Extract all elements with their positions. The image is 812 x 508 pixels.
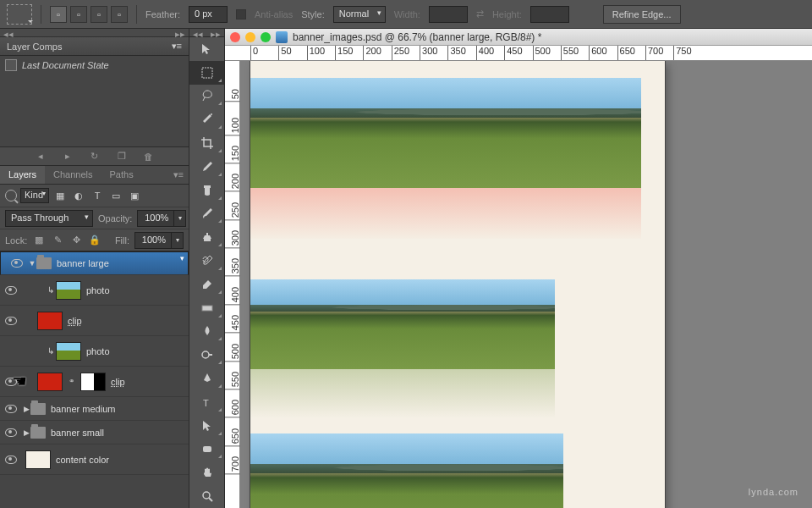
filter-pixel-icon[interactable]: ▦ bbox=[52, 189, 68, 202]
layer-group-banner-medium[interactable]: ▶ banner medium bbox=[0, 397, 189, 421]
tab-paths[interactable]: Paths bbox=[102, 166, 142, 184]
update-comp-icon[interactable]: ↻ bbox=[89, 151, 101, 163]
lasso-tool[interactable] bbox=[189, 85, 224, 108]
tool-preset-picker[interactable] bbox=[7, 4, 32, 25]
layer-name: banner large bbox=[57, 258, 109, 268]
layer-clip-masked[interactable]: ⚭ clip bbox=[0, 367, 189, 397]
add-selection-button[interactable]: ▫ bbox=[70, 6, 87, 23]
visibility-toggle[interactable] bbox=[5, 317, 17, 325]
layers-list: ▼ banner large ↳ photo clip ↳ photo bbox=[0, 251, 189, 508]
fill-input[interactable]: 100% bbox=[134, 232, 172, 249]
opacity-label: Opacity: bbox=[98, 213, 132, 224]
lock-all-icon[interactable]: 🔒 bbox=[88, 234, 102, 247]
layer-photo[interactable]: ↳ photo bbox=[0, 275, 189, 306]
visibility-toggle[interactable] bbox=[11, 259, 23, 268]
layer-group-banner-large[interactable]: ▼ banner large bbox=[0, 251, 189, 275]
prev-comp-icon[interactable]: ◂ bbox=[35, 151, 47, 163]
filter-shape-icon[interactable]: ▭ bbox=[108, 189, 123, 202]
layer-thumbnail bbox=[37, 373, 63, 391]
mask-thumbnail bbox=[80, 373, 106, 391]
magic-wand-tool[interactable] bbox=[189, 108, 224, 131]
blend-mode-select[interactable]: Pass Through bbox=[5, 210, 93, 227]
filter-kind-select[interactable]: Kind bbox=[20, 188, 49, 203]
window-zoom-button[interactable] bbox=[261, 32, 271, 42]
panel-collapse-bar[interactable]: ◂◂▸▸ bbox=[0, 29, 189, 37]
document-window: banner_images.psd @ 66.7% (banner large,… bbox=[225, 29, 812, 508]
panel-collapse-bar[interactable]: ◂◂▸▸ bbox=[189, 29, 224, 37]
layer-comp-row[interactable]: Last Document State bbox=[0, 56, 189, 75]
layer-clip[interactable]: clip bbox=[0, 306, 189, 336]
blur-tool[interactable] bbox=[189, 320, 224, 344]
zoom-tool[interactable] bbox=[189, 484, 224, 508]
crop-tool[interactable] bbox=[189, 131, 224, 155]
hand-tool[interactable] bbox=[189, 461, 224, 484]
disclosure-triangle[interactable]: ▼ bbox=[28, 259, 36, 268]
healing-brush-tool[interactable] bbox=[189, 179, 224, 202]
layer-photo-2[interactable]: ↳ photo bbox=[0, 336, 189, 367]
new-comp-icon[interactable]: ❐ bbox=[116, 151, 128, 163]
visibility-toggle[interactable] bbox=[5, 405, 17, 413]
path-selection-tool[interactable] bbox=[189, 414, 224, 438]
tab-channels[interactable]: Channels bbox=[45, 166, 101, 184]
opacity-input[interactable]: 100% bbox=[137, 210, 174, 227]
fade-overlay bbox=[250, 369, 555, 418]
new-selection-button[interactable]: ▫ bbox=[50, 6, 67, 23]
fill-label: Fill: bbox=[115, 235, 129, 246]
dodge-tool[interactable] bbox=[189, 343, 224, 367]
mask-link-icon[interactable]: ⚭ bbox=[69, 377, 79, 387]
ruler-vertical[interactable]: 5010015020025030035040045050055060065070… bbox=[225, 61, 240, 508]
marquee-tool[interactable] bbox=[189, 61, 224, 85]
visibility-toggle[interactable] bbox=[5, 456, 17, 464]
next-comp-icon[interactable]: ▸ bbox=[62, 151, 74, 163]
fill-flyout[interactable]: ▾ bbox=[172, 232, 184, 249]
history-brush-tool[interactable] bbox=[189, 249, 224, 273]
panel-menu-icon[interactable]: ▾≡ bbox=[168, 166, 189, 184]
refine-edge-button[interactable]: Refine Edge... bbox=[603, 5, 681, 24]
delete-comp-icon[interactable]: 🗑 bbox=[143, 151, 155, 163]
feather-input[interactable]: 0 px bbox=[189, 6, 228, 23]
lock-position-icon[interactable]: ✥ bbox=[69, 234, 83, 247]
lock-pixels-icon[interactable]: ✎ bbox=[51, 234, 64, 247]
gradient-tool[interactable] bbox=[189, 296, 224, 320]
style-select[interactable]: Normal bbox=[333, 6, 386, 23]
visibility-toggle[interactable] bbox=[5, 378, 17, 386]
pen-tool[interactable] bbox=[189, 367, 224, 390]
layer-name: clip bbox=[111, 377, 125, 387]
last-document-state: Last Document State bbox=[22, 60, 109, 70]
brush-tool[interactable] bbox=[189, 202, 224, 226]
intersect-selection-button[interactable]: ▫ bbox=[111, 6, 128, 23]
panel-menu-icon[interactable]: ▾≡ bbox=[172, 41, 182, 52]
tab-layers[interactable]: Layers bbox=[0, 166, 45, 184]
folder-icon bbox=[30, 403, 46, 415]
width-label: Width: bbox=[394, 9, 420, 19]
window-minimize-button[interactable] bbox=[245, 32, 255, 42]
width-input bbox=[429, 6, 468, 23]
disclosure-triangle[interactable]: ▶ bbox=[22, 428, 30, 437]
filter-smart-icon[interactable]: ▣ bbox=[127, 189, 142, 202]
canvas[interactable] bbox=[240, 61, 812, 508]
subtract-selection-button[interactable]: ▫ bbox=[91, 6, 107, 23]
move-tool[interactable] bbox=[189, 37, 224, 61]
lock-transparency-icon[interactable]: ▩ bbox=[32, 234, 46, 247]
divider bbox=[41, 5, 41, 24]
layer-name: banner small bbox=[51, 428, 104, 438]
ruler-horizontal[interactable]: 0501001502002503003504004505005506006507… bbox=[225, 46, 812, 61]
window-close-button[interactable] bbox=[230, 32, 240, 42]
left-panel-column: ◂◂▸▸ Layer Comps ▾≡ Last Document State … bbox=[0, 29, 189, 508]
shape-tool[interactable] bbox=[189, 438, 224, 461]
eraser-tool[interactable] bbox=[189, 273, 224, 296]
svg-point-8 bbox=[203, 492, 210, 499]
filter-adjustment-icon[interactable]: ◐ bbox=[71, 189, 86, 202]
clone-stamp-tool[interactable] bbox=[189, 225, 224, 249]
layer-group-banner-small[interactable]: ▶ banner small bbox=[0, 421, 189, 444]
layer-comps-body: Last Document State bbox=[0, 56, 189, 147]
filter-type-icon[interactable]: T bbox=[90, 189, 105, 202]
svg-rect-0 bbox=[202, 68, 212, 78]
visibility-toggle[interactable] bbox=[5, 286, 17, 295]
disclosure-triangle[interactable]: ▶ bbox=[22, 405, 30, 413]
visibility-toggle[interactable] bbox=[5, 428, 17, 437]
eyedropper-tool[interactable] bbox=[189, 155, 224, 179]
layer-content-color[interactable]: content color bbox=[0, 444, 189, 475]
opacity-flyout[interactable]: ▾ bbox=[174, 210, 186, 227]
type-tool[interactable]: T bbox=[189, 390, 224, 414]
